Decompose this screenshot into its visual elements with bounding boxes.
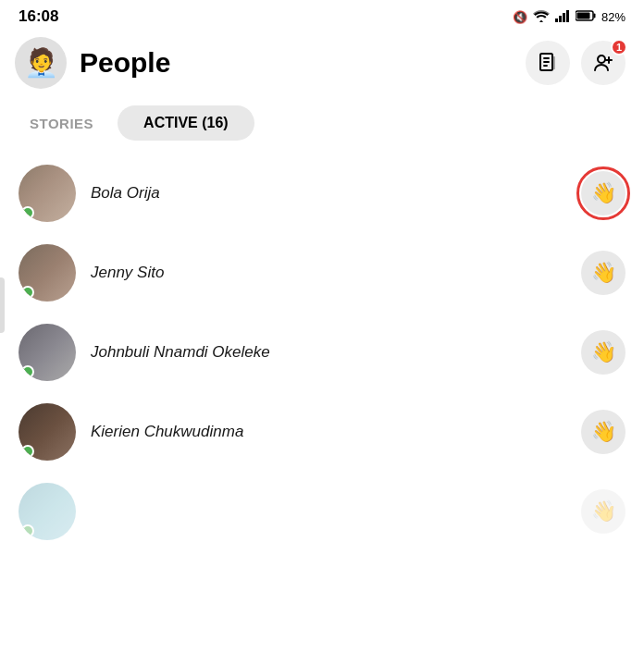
online-indicator — [21, 286, 34, 299]
status-bar: 16:08 🔇 82% — [0, 0, 644, 30]
wave-button[interactable]: 👋 — [581, 489, 625, 534]
svg-rect-5 — [593, 13, 595, 18]
svg-rect-3 — [566, 10, 569, 22]
wave-button[interactable]: 👋 — [581, 330, 625, 375]
online-indicator — [21, 524, 34, 537]
mute-icon: 🔇 — [513, 10, 527, 24]
contact-avatar[interactable] — [19, 483, 76, 540]
svg-point-9 — [598, 55, 605, 63]
battery-icon — [576, 10, 596, 24]
header: 🧑‍💼 People 1 — [0, 30, 644, 100]
contact-name: Bola Orija — [91, 184, 581, 203]
list-item: Bola Orija 👋 — [0, 154, 644, 233]
wifi-icon — [533, 9, 550, 25]
wave-button[interactable]: 👋 — [581, 251, 625, 295]
svg-rect-6 — [576, 12, 589, 18]
contact-avatar[interactable] — [19, 165, 76, 222]
list-item: 👋 — [0, 472, 644, 551]
online-indicator — [21, 206, 34, 219]
list-item: Kierien Chukwudinma 👋 — [0, 392, 644, 472]
contact-avatar[interactable] — [19, 403, 76, 461]
signal-icon — [555, 9, 570, 25]
contact-list: Bola Orija 👋 Jenny Sito 👋 Johnbuli Nnamd… — [0, 154, 644, 551]
online-indicator — [21, 365, 34, 378]
notification-badge: 1 — [611, 39, 627, 55]
tab-stories[interactable]: STORIES — [19, 108, 105, 139]
scroll-edge — [0, 277, 5, 333]
wave-button[interactable]: 👋 — [581, 410, 625, 454]
page-title: People — [80, 47, 526, 79]
svg-rect-1 — [559, 16, 562, 22]
status-time: 16:08 — [19, 7, 58, 26]
add-person-button[interactable]: 1 — [581, 41, 625, 85]
contact-avatar[interactable] — [19, 244, 76, 302]
svg-rect-8 — [552, 56, 555, 69]
contact-avatar[interactable] — [19, 324, 76, 381]
user-avatar-icon: 🧑‍💼 — [24, 49, 58, 77]
svg-rect-2 — [563, 13, 565, 22]
tabs-bar: STORIES ACTIVE (16) — [0, 100, 644, 154]
user-avatar[interactable]: 🧑‍💼 — [15, 37, 67, 89]
header-actions: 1 — [526, 41, 625, 85]
tab-active[interactable]: ACTIVE (16) — [118, 105, 254, 141]
battery-percent: 82% — [601, 10, 625, 24]
contact-name: Kierien Chukwudinma — [91, 423, 581, 441]
status-icons: 🔇 82% — [513, 9, 625, 25]
contact-name: Jenny Sito — [91, 264, 581, 282]
list-item: Jenny Sito 👋 — [0, 233, 644, 313]
svg-rect-0 — [555, 18, 558, 22]
contact-name: Johnbuli Nnamdi Okeleke — [91, 343, 581, 362]
contacts-button[interactable] — [526, 41, 570, 85]
list-item: Johnbuli Nnamdi Okeleke 👋 — [0, 313, 644, 392]
online-indicator — [21, 445, 34, 458]
wave-button[interactable]: 👋 — [581, 171, 625, 216]
